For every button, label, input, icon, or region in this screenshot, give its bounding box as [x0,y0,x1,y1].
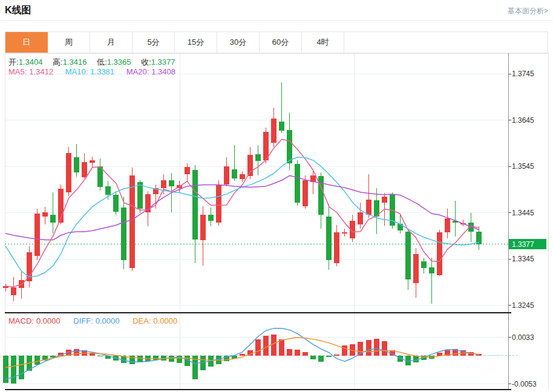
candle-body [318,176,324,215]
candle-body [358,212,363,224]
candle-body [216,185,221,223]
candle-body [334,232,339,263]
macd-hist-bar [255,339,261,356]
candle-body [169,180,174,186]
period-tabs: 日 周 月 5分 15分 30分 60分 4时 [5,31,548,53]
ma20-readout: MA20:1.3408 [126,67,175,76]
macd-hist-bar [374,339,379,356]
candle-body [121,207,126,260]
macd-value-readout: MACD:0.0000 [8,316,61,325]
candle-body [326,217,332,261]
candle-body [192,170,198,240]
candle-body [421,261,427,268]
close-label: 收: [141,57,151,67]
y-axis-label: 1.3245 [512,301,534,310]
candle-body [382,197,387,203]
macd-hist-bar [334,354,339,356]
candle-body [90,160,95,163]
ma-readout: MA5:1.3412 MA10:1.3381 MA20:1.3408 [8,67,185,76]
candle-body [366,200,371,214]
open-label: 开: [8,57,19,67]
candle-body [445,218,450,232]
tab-4hour[interactable]: 4时 [302,32,344,53]
ohlc-readout: 开:1.3404 高:1.3416 低:1.3365 收:1.3377 [8,57,183,68]
tab-day[interactable]: 日 [5,32,48,53]
candle-body [34,214,40,256]
tab-month[interactable]: 月 [90,32,133,53]
candle-body [200,215,206,241]
y-axis-label: 1.3745 [512,70,534,78]
candle-body [105,186,111,195]
macd-hist-bar [287,349,292,356]
candle-body [303,180,308,206]
candle-body [224,166,229,185]
tab-5min[interactable]: 5分 [133,32,175,53]
macd-hist-bar [342,345,347,355]
candle-body [240,174,245,179]
candle-body [74,157,79,172]
diff-value-readout: DIFF:0.0000 [73,316,119,325]
low-value: 1.3365 [107,57,131,67]
candle-body [185,167,190,174]
y-axis-label: 1.3545 [512,162,534,171]
macd-hist-bar [97,356,103,357]
candle-body [50,215,56,222]
candle-body [42,212,48,217]
tab-60min[interactable]: 60分 [260,32,302,53]
macd-hist-bar [129,356,135,364]
candle-body [82,162,87,177]
macd-hist-bar [263,336,269,355]
candle-body [279,122,284,131]
close-value: 1.3377 [151,57,175,67]
macd-hist-bar [34,356,40,365]
candle-body [11,287,16,295]
macd-hist-bar [177,356,182,364]
candle-body [129,175,135,268]
macd-readout: MACD:0.0000 DIFF:0.0000 DEA:0.0000 [8,316,177,325]
candle-body [287,130,292,163]
candle-body [295,164,300,203]
candle-body [271,119,276,143]
candle-body [342,232,347,234]
current-price-badge-label: 1.3377 [512,240,534,249]
y-axis-label: 1.3345 [512,255,534,263]
candle-body [66,153,71,192]
candle-body [113,195,119,212]
open-value: 1.3404 [19,57,43,67]
tab-30min[interactable]: 30分 [217,32,260,53]
tab-15min[interactable]: 15分 [175,32,217,53]
candle-body [232,169,237,178]
candle-body [255,154,261,161]
ma5-readout: MA5:1.3412 [8,67,53,76]
candle-body [208,215,214,221]
macd-hist-bar [303,352,308,355]
macd-hist-bar [295,350,300,356]
macd-axis-label: -0.0053 [512,380,537,388]
y-axis-label: 1.3445 [512,209,534,217]
high-label: 高: [53,57,63,67]
low-label: 低: [97,57,107,67]
macd-hist-bar [382,341,387,355]
macd-hist-bar [19,356,24,379]
macd-hist-bar [318,356,324,362]
ma10-readout: MA10:1.3381 [65,67,114,76]
candle-body [247,155,253,176]
macd-hist-bar [310,356,316,359]
dea-value-readout: DEA:0.0000 [133,316,177,325]
candle-body [429,267,434,273]
macd-axis-label: 0.0033 [512,333,534,342]
candle-body [137,182,143,209]
y-axis-label: 1.3645 [512,116,534,125]
macd-hist-bar [240,354,245,356]
candle-body [263,132,269,160]
macd-hist-bar [437,353,442,355]
candle-body [437,232,442,275]
macd-hist-bar [366,340,371,356]
macd-hist-bar [326,356,332,358]
candle-body [161,180,166,188]
macd-hist-bar [279,339,284,356]
candle-body [413,254,419,283]
macd-hist-bar [11,356,16,384]
high-value: 1.3416 [63,57,87,67]
tab-week[interactable]: 周 [48,32,90,53]
